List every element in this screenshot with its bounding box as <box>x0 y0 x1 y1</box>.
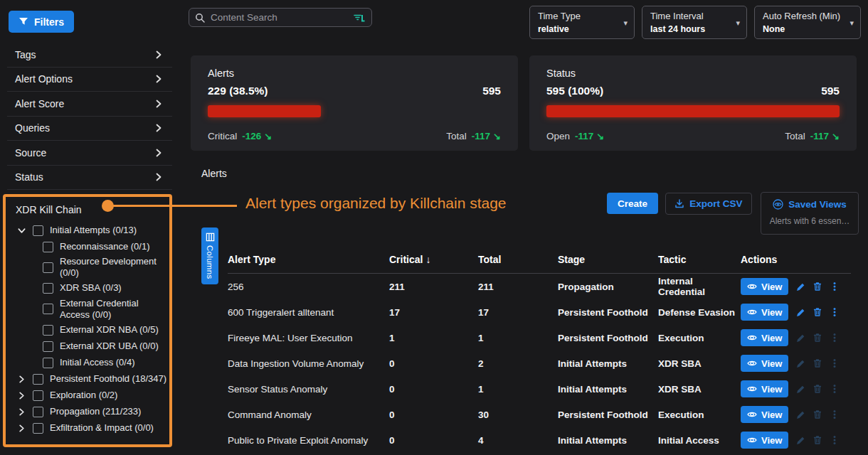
tactic-label: External XDR NBA (0/5) <box>60 324 159 336</box>
more-options-icon <box>830 410 840 419</box>
killchain-tactic-reconnaissance[interactable]: Reconnaissance (0/1) <box>6 240 169 254</box>
checkbox[interactable] <box>43 304 53 314</box>
killchain-stage-propagation[interactable]: Propagation (211/233) <box>6 405 169 419</box>
filters-button[interactable]: Filters <box>9 11 74 33</box>
sidebar-item-tags[interactable]: Tags <box>7 43 172 68</box>
column-header-tactic[interactable]: Tactic <box>658 254 741 265</box>
footer-label: Open <box>546 131 570 141</box>
chevron-down-icon[interactable] <box>17 226 26 235</box>
filter-categories: Tags Alert Options Alert Score Queries S… <box>7 43 172 190</box>
search-input[interactable] <box>209 11 349 23</box>
sidebar-item-alert-score[interactable]: Alert Score <box>7 92 172 117</box>
checkbox[interactable] <box>33 423 43 434</box>
auto-refresh-dropdown[interactable]: Auto Refresh (Min) None ▾ <box>754 6 861 39</box>
killchain-stage-exploration[interactable]: Exploration (0/2) <box>6 388 169 402</box>
killchain-stage-exfiltration-impact[interactable]: Exfiltration & Impact (0/0) <box>6 421 169 435</box>
time-interval-dropdown[interactable]: Time Interval last 24 hours ▾ <box>642 6 747 39</box>
checkbox[interactable] <box>43 283 53 294</box>
cell-alert-type: Command Anomaly <box>228 410 389 420</box>
cell-total: 4 <box>478 435 558 446</box>
killchain-tactic-initial-access[interactable]: Initial Access (0/4) <box>6 355 169 370</box>
checkbox[interactable] <box>43 358 53 368</box>
cell-critical: 0 <box>389 410 478 420</box>
view-button[interactable]: View <box>741 432 788 449</box>
cell-total: 1 <box>478 333 558 343</box>
content-search[interactable] <box>189 8 372 27</box>
view-button[interactable]: View <box>741 304 788 321</box>
chevron-right-icon <box>154 99 164 109</box>
columns-button[interactable]: Columns <box>201 228 218 284</box>
view-button[interactable]: View <box>741 380 788 397</box>
killchain-stage-persistent-foothold[interactable]: Persistent Foothold (18/347) <box>6 372 169 386</box>
eye-circle-icon <box>773 199 783 210</box>
checkbox[interactable] <box>43 325 53 336</box>
view-button[interactable]: View <box>741 329 788 346</box>
filter-funnel-icon <box>18 17 28 26</box>
xdr-kill-chain-header[interactable]: XDR Kill Chain <box>6 200 169 221</box>
export-csv-label: Export CSV <box>689 198 742 209</box>
delete-icon[interactable] <box>813 282 822 291</box>
sidebar-item-source[interactable]: Source <box>7 141 172 166</box>
trend-down-icon: ↘ <box>596 131 604 141</box>
killchain-tactic-resource-development[interactable]: Resource Development (0/0) <box>6 256 169 279</box>
time-type-dropdown[interactable]: Time Type relative ▾ <box>529 6 635 39</box>
more-options-icon[interactable] <box>830 282 840 291</box>
column-header-alert-type[interactable]: Alert Type <box>228 254 389 265</box>
xdr-alerts-dashboard: Filters Tags Alert Options Alert Score Q… <box>0 0 868 455</box>
create-button[interactable]: Create <box>607 193 658 214</box>
edit-icon <box>795 333 805 343</box>
killchain-tactic-external-xdr-nba[interactable]: External XDR NBA (0/5) <box>6 323 169 337</box>
cell-alert-type: 256 <box>228 282 389 292</box>
checkbox[interactable] <box>33 407 43 417</box>
cell-critical: 0 <box>389 384 478 395</box>
checkbox[interactable] <box>43 242 53 252</box>
checkbox[interactable] <box>43 341 53 352</box>
lucene-query-icon[interactable] <box>354 14 366 22</box>
cell-alert-type: Data Ingestion Volume Anomaly <box>228 358 389 369</box>
sidebar-item-status[interactable]: Status <box>7 166 172 191</box>
sidebar-item-queries[interactable]: Queries <box>7 117 172 141</box>
killchain-stage-initial-attempts[interactable]: Initial Attempts (0/13) <box>6 223 169 237</box>
column-header-critical[interactable]: Critical↓ <box>389 254 478 265</box>
view-button[interactable]: View <box>741 355 788 372</box>
sidebar-item-alert-options[interactable]: Alert Options <box>7 68 172 92</box>
checkbox[interactable] <box>33 374 43 385</box>
edit-icon[interactable] <box>795 307 805 317</box>
table-row: Data Ingestion Volume Anomaly 0 2 Initia… <box>228 350 851 376</box>
chevron-right-icon[interactable] <box>17 407 26 417</box>
stage-label: Exfiltration & Impact (0/0) <box>50 422 154 434</box>
chevron-right-icon[interactable] <box>17 391 26 400</box>
sidebar-item-label: Alert Options <box>15 73 73 85</box>
chevron-right-icon[interactable] <box>17 424 26 433</box>
killchain-tactic-xdr-sba[interactable]: XDR SBA (0/3) <box>6 282 169 296</box>
table-row: 600 Triggeralert alltenant 17 17 Persist… <box>228 299 851 325</box>
view-button[interactable]: View <box>741 278 788 295</box>
view-button[interactable]: View <box>741 406 788 423</box>
more-options-icon[interactable] <box>830 307 840 317</box>
chevron-right-icon <box>154 172 164 182</box>
delete-icon[interactable] <box>813 307 822 317</box>
dropdown-label: Auto Refresh (Min) <box>763 11 843 21</box>
cell-critical: 0 <box>389 358 478 369</box>
checkbox[interactable] <box>33 225 43 236</box>
killchain-tactic-external-xdr-uba[interactable]: External XDR UBA (0/0) <box>6 339 169 353</box>
stage-label: Propagation (211/233) <box>50 406 141 417</box>
checkbox[interactable] <box>43 262 53 273</box>
tactic-label: Resource Development (0/0) <box>60 256 169 279</box>
edit-icon[interactable] <box>795 282 805 291</box>
export-csv-button[interactable]: Export CSV <box>665 193 752 215</box>
chevron-right-icon[interactable] <box>17 375 26 384</box>
dropdown-label: Time Interval <box>650 11 729 21</box>
status-summary-card: Status 595 (100%) 595 Open-117↘ Total-11… <box>529 55 857 151</box>
cell-stage: Initial Attempts <box>558 358 658 369</box>
caret-down-icon: ▾ <box>623 18 628 27</box>
checkbox[interactable] <box>33 390 43 401</box>
column-header-stage[interactable]: Stage <box>558 254 658 265</box>
sidebar-item-label: Tags <box>15 49 36 60</box>
saved-views-button[interactable]: Saved Views Alerts with 6 essen… <box>761 192 859 235</box>
footer-label: Total <box>785 131 805 141</box>
delta-value: -117 <box>575 131 593 141</box>
killchain-tactic-external-credential-access[interactable]: External Credential Access (0/0) <box>6 298 169 321</box>
column-header-total[interactable]: Total <box>478 254 558 265</box>
saved-views-subtext: Alerts with 6 essen… <box>770 216 850 226</box>
